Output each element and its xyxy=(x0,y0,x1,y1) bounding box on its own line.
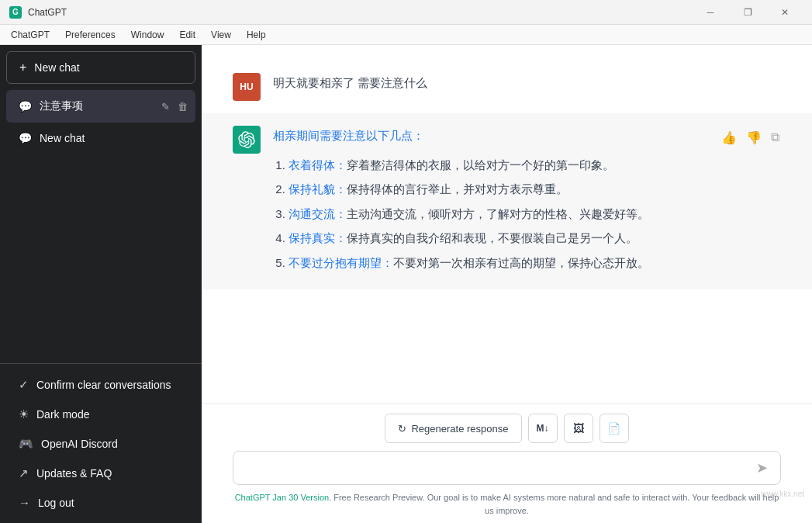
assistant-avatar xyxy=(233,126,261,154)
send-button[interactable]: ➤ xyxy=(753,458,771,478)
doc-icon: 📄 xyxy=(607,422,620,435)
item-label-4: 保持真实： xyxy=(289,231,347,244)
window-title: ChatGPT xyxy=(28,7,693,18)
item-text-4: 保持真实的自我介绍和表现，不要假装自己是另一个人。 xyxy=(347,231,638,244)
assistant-message-content: 相亲期间需要注意以下几点： 衣着得体：穿着整洁得体的衣服，以给对方一个好的第一印… xyxy=(273,126,707,277)
app-icon-text: G xyxy=(12,8,19,16)
updates-label: Updates & FAQ xyxy=(36,467,112,480)
logout-label: Log out xyxy=(38,497,74,509)
image-icon: 🖼 xyxy=(573,422,584,435)
footer-description: . Free Research Preview. Our goal is to … xyxy=(329,493,779,515)
image-icon-button[interactable]: 🖼 xyxy=(564,414,593,443)
item-text-3: 主动沟通交流，倾听对方，了解对方的性格、兴趣爱好等。 xyxy=(347,207,649,220)
item-text-1: 穿着整洁得体的衣服，以给对方一个好的第一印象。 xyxy=(347,158,614,171)
external-link-icon: ↗ xyxy=(19,466,29,480)
regenerate-icon: ↻ xyxy=(398,423,406,435)
sidebar-top: + New chat 💬 注意事项 ✎ 🗑 💬 New chat xyxy=(0,45,202,363)
footer-text: ChatGPT Jan 30 Version. Free Research Pr… xyxy=(233,491,781,523)
assistant-title: 相亲期间需要注意以下几点： xyxy=(273,126,707,146)
close-button[interactable]: ✕ xyxy=(767,0,803,25)
copy-button[interactable]: ⧉ xyxy=(769,129,781,146)
user-message-text: 明天就要相亲了 需要注意什么 xyxy=(273,73,781,93)
openai-logo-svg xyxy=(238,131,255,148)
new-chat-button[interactable]: + New chat xyxy=(6,51,195,84)
md-icon: M↓ xyxy=(537,423,549,434)
list-item: 保持礼貌：保持得体的言行举止，并对对方表示尊重。 xyxy=(289,179,707,199)
new-chat-label: New chat xyxy=(34,61,79,74)
sidebar-item-confirm-clear[interactable]: ✓ Confirm clear conversations xyxy=(6,370,195,400)
titlebar: G ChatGPT ─ ❐ ✕ xyxy=(0,0,812,25)
item-label-5: 不要过分抱有期望： xyxy=(289,256,393,269)
menu-chatgpt[interactable]: ChatGPT xyxy=(3,28,57,42)
logout-icon: → xyxy=(19,496,30,509)
app-icon: G xyxy=(9,6,22,19)
list-item: 不要过分抱有期望：不要对第一次相亲有过高的期望，保持心态开放。 xyxy=(289,253,707,273)
menu-edit[interactable]: Edit xyxy=(171,28,203,42)
sidebar-bottom: ✓ Confirm clear conversations ☀ Dark mod… xyxy=(0,363,202,523)
item-text-5: 不要对第一次相亲有过高的期望，保持心态开放。 xyxy=(393,256,649,269)
sun-icon: ☀ xyxy=(19,407,29,421)
regenerate-row: ↻ Regenerate response M↓ 🖼 📄 xyxy=(233,414,781,443)
chat-input[interactable] xyxy=(243,459,753,477)
chat-bubble-icon-2: 💬 xyxy=(19,132,32,144)
menu-preferences[interactable]: Preferences xyxy=(57,28,123,42)
message-actions: 👍 👎 ⧉ xyxy=(720,126,781,147)
sidebar-item-dark-mode[interactable]: ☀ Dark mode xyxy=(6,400,195,429)
user-avatar: HU xyxy=(233,73,261,101)
user-message-row: HU 明天就要相亲了 需要注意什么 xyxy=(202,61,812,113)
send-icon: ➤ xyxy=(756,460,768,476)
assistant-list: 衣着得体：穿着整洁得体的衣服，以给对方一个好的第一印象。 保持礼貌：保持得体的言… xyxy=(273,155,707,273)
regenerate-button[interactable]: ↻ Regenerate response xyxy=(385,414,521,443)
chat-bubble-icon: 💬 xyxy=(19,100,32,113)
minimize-button[interactable]: ─ xyxy=(693,0,728,25)
menubar: ChatGPT Preferences Window Edit View Hel… xyxy=(0,25,812,45)
thumbs-up-button[interactable]: 👍 xyxy=(720,129,738,147)
list-item: 衣着得体：穿着整洁得体的衣服，以给对方一个好的第一印象。 xyxy=(289,155,707,175)
regenerate-label: Regenerate response xyxy=(411,423,508,435)
discord-label: OpenAI Discord xyxy=(41,438,118,450)
chat-input-row: ➤ xyxy=(233,451,781,485)
sidebar-item-new-chat[interactable]: 💬 New chat xyxy=(6,123,195,154)
item-label-2: 保持礼貌： xyxy=(289,182,347,196)
menu-view[interactable]: View xyxy=(203,28,239,42)
plus-icon: + xyxy=(19,61,26,74)
doc-icon-button[interactable]: 📄 xyxy=(599,414,629,443)
chat-item-label-2: New chat xyxy=(40,132,183,144)
item-label-1: 衣着得体： xyxy=(289,158,347,171)
list-item: 保持真实：保持真实的自我介绍和表现，不要假装自己是另一个人。 xyxy=(289,228,707,248)
assistant-message-row: 相亲期间需要注意以下几点： 衣着得体：穿着整洁得体的衣服，以给对方一个好的第一印… xyxy=(202,113,812,289)
maximize-button[interactable]: ❐ xyxy=(730,0,765,25)
input-area: ↻ Regenerate response M↓ 🖼 📄 ➤ xyxy=(202,404,812,523)
checkmark-icon: ✓ xyxy=(19,378,29,392)
menu-help[interactable]: Help xyxy=(239,28,274,42)
footer-link[interactable]: ChatGPT Jan 30 Version xyxy=(235,493,329,502)
item-text-2: 保持得体的言行举止，并对对方表示尊重。 xyxy=(347,182,568,196)
edit-chat-button[interactable]: ✎ xyxy=(160,99,171,114)
sidebar: + New chat 💬 注意事项 ✎ 🗑 💬 New chat ✓ xyxy=(0,45,202,523)
md-icon-button[interactable]: M↓ xyxy=(528,414,558,443)
menu-window[interactable]: Window xyxy=(123,28,172,42)
thumbs-down-button[interactable]: 👎 xyxy=(745,129,763,147)
confirm-clear-label: Confirm clear conversations xyxy=(36,379,171,391)
sidebar-item-logout[interactable]: → Log out xyxy=(6,488,195,517)
window-controls: ─ ❐ ✕ xyxy=(693,0,803,25)
list-item: 沟通交流：主动沟通交流，倾听对方，了解对方的性格、兴趣爱好等。 xyxy=(289,204,707,224)
sidebar-item-updates[interactable]: ↗ Updates & FAQ xyxy=(6,459,195,488)
chat-area: HU 明天就要相亲了 需要注意什么 相亲期间需要注意以下几点： 衣着得体：穿着整… xyxy=(202,45,812,523)
dark-mode-label: Dark mode xyxy=(36,408,89,421)
sidebar-item-active-chat[interactable]: 💬 注意事项 ✎ 🗑 xyxy=(6,90,195,123)
item-label-3: 沟通交流： xyxy=(289,207,347,220)
delete-chat-button[interactable]: 🗑 xyxy=(176,99,189,114)
chat-actions: ✎ 🗑 xyxy=(160,99,189,114)
discord-icon: 🎮 xyxy=(19,437,33,451)
sidebar-item-discord[interactable]: 🎮 OpenAI Discord xyxy=(6,429,195,459)
messages-container: HU 明天就要相亲了 需要注意什么 相亲期间需要注意以下几点： 衣着得体：穿着整… xyxy=(202,45,812,404)
